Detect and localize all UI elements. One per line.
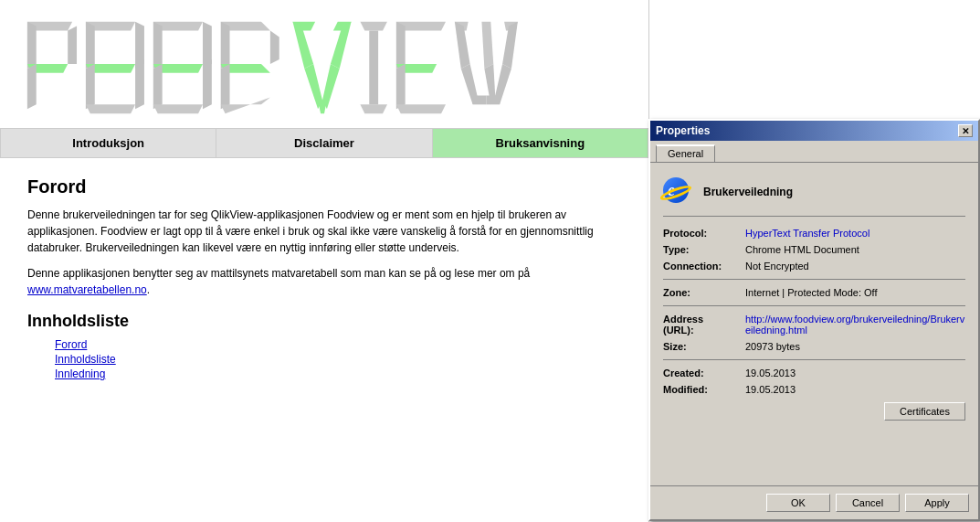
tab-bruksanvisning[interactable]: Bruksanvisning — [433, 129, 648, 157]
nav-tabs: Introduksjon Disclaimer Bruksanvisning — [0, 128, 648, 158]
website-area: Introduksjon Disclaimer Bruksanvisning F… — [0, 0, 648, 522]
prop-label-size: Size: — [663, 341, 745, 352]
para2-text: Denne applikasjonen benytter seg av matt… — [27, 267, 530, 280]
prop-row-size: Size: 20973 bytes — [663, 341, 965, 352]
svg-marker-20 — [221, 22, 230, 69]
separator-3 — [663, 359, 965, 360]
prop-row-address: Address (URL): http://www.foodview.org/b… — [663, 314, 965, 336]
dialog-content: e Brukerveiledning Protocol: HyperText T… — [650, 163, 978, 430]
heading-forord: Forord — [27, 176, 621, 197]
prop-value-type: Chrome HTML Document — [745, 244, 965, 255]
svg-marker-13 — [153, 22, 163, 69]
heading-innholdsliste: Innholdsliste — [27, 312, 621, 331]
separator-1 — [663, 279, 965, 280]
toc-item-innledning[interactable]: Innledning — [55, 368, 621, 380]
prop-label-address: Address (URL): — [663, 314, 745, 336]
prop-label-type: Type: — [663, 244, 745, 255]
svg-marker-15 — [153, 64, 163, 109]
svg-marker-22 — [221, 64, 230, 109]
svg-marker-4 — [68, 27, 77, 64]
prop-value-zone: Internet | Protected Mode: Off — [745, 287, 965, 298]
svg-marker-10 — [135, 59, 144, 109]
cancel-button[interactable]: Cancel — [836, 494, 900, 512]
dialog-footer: OK Cancel Apply — [650, 485, 978, 519]
prop-label-zone: Zone: — [663, 287, 745, 298]
separator-2 — [663, 305, 965, 306]
prop-row-protocol: Protocol: HyperText Transfer Protocol — [663, 228, 965, 239]
svg-marker-39 — [396, 64, 406, 109]
svg-marker-40 — [396, 104, 446, 113]
properties-dialog: Properties ✕ General e Brukerveiledning … — [648, 119, 980, 521]
svg-marker-34 — [360, 104, 387, 113]
svg-marker-49 — [481, 22, 493, 69]
svg-marker-37 — [396, 22, 406, 69]
svg-marker-33 — [369, 31, 378, 64]
svg-marker-17 — [203, 59, 212, 109]
prop-label-connection: Connection: — [663, 261, 745, 272]
svg-marker-11 — [86, 104, 135, 113]
prop-value-created: 19.05.2013 — [745, 368, 965, 378]
logo-area — [0, 0, 648, 128]
prop-row-zone: Zone: Internet | Protected Mode: Off — [663, 287, 965, 298]
svg-marker-8 — [86, 64, 95, 109]
icon-title: Brukerveiledning — [703, 186, 793, 198]
prop-value-address: http://www.foodview.org/brukerveiledning… — [745, 314, 965, 336]
prop-value-modified: 19.05.2013 — [745, 384, 965, 395]
prop-label-modified: Modified: — [663, 384, 745, 395]
toc-list: Forord Innholdsliste Innledning — [27, 338, 621, 380]
svg-marker-18 — [153, 104, 203, 113]
prop-row-modified: Modified: 19.05.2013 — [663, 384, 965, 395]
svg-marker-35 — [369, 64, 378, 104]
dialog-title: Properties — [656, 124, 710, 137]
apply-button[interactable]: Apply — [905, 494, 969, 512]
content-area: Forord Denne brukerveiledningen tar for … — [0, 158, 648, 400]
prop-value-connection: Not Encrypted — [745, 261, 965, 272]
tab-general[interactable]: General — [656, 144, 715, 162]
dialog-titlebar: Properties ✕ — [650, 121, 978, 141]
certificates-button[interactable]: Certificates — [884, 402, 965, 421]
matvaretabellen-link[interactable]: www.matvaretabellen.no — [27, 283, 147, 296]
svg-marker-1 — [27, 22, 37, 69]
ok-button[interactable]: OK — [766, 494, 830, 512]
toc-item-forord[interactable]: Forord — [55, 338, 621, 351]
tab-introduksjon[interactable]: Introduksjon — [0, 129, 216, 157]
para-forord: Denne brukerveiledningen tar for seg Qli… — [27, 207, 621, 256]
toc-item-innholdsliste[interactable]: Innholdsliste — [55, 353, 621, 366]
prop-row-type: Type: Chrome HTML Document — [663, 244, 965, 255]
foodview-logo — [18, 9, 630, 119]
prop-label-protocol: Protocol: — [663, 228, 745, 239]
svg-marker-32 — [360, 22, 387, 31]
prop-value-protocol: HyperText Transfer Protocol — [745, 228, 965, 239]
svg-marker-6 — [86, 22, 95, 69]
prop-row-connection: Connection: Not Encrypted — [663, 261, 965, 272]
ie-icon: e — [663, 177, 692, 207]
svg-marker-43 — [455, 22, 470, 69]
dialog-tabs: General — [650, 141, 978, 163]
svg-marker-47 — [473, 95, 487, 104]
prop-label-created: Created: — [663, 368, 745, 378]
ie-icon-row: e Brukerveiledning — [663, 172, 965, 217]
svg-marker-31 — [318, 100, 327, 113]
svg-marker-23 — [270, 31, 279, 64]
close-button[interactable]: ✕ — [958, 124, 973, 137]
svg-marker-44 — [502, 22, 518, 69]
prop-row-created: Created: 19.05.2013 — [663, 368, 965, 378]
prop-value-size: 20973 bytes — [745, 341, 965, 352]
svg-marker-3 — [27, 64, 37, 109]
tab-disclaimer[interactable]: Disclaimer — [216, 129, 432, 157]
para-link: Denne applikasjonen benytter seg av matt… — [27, 265, 621, 298]
